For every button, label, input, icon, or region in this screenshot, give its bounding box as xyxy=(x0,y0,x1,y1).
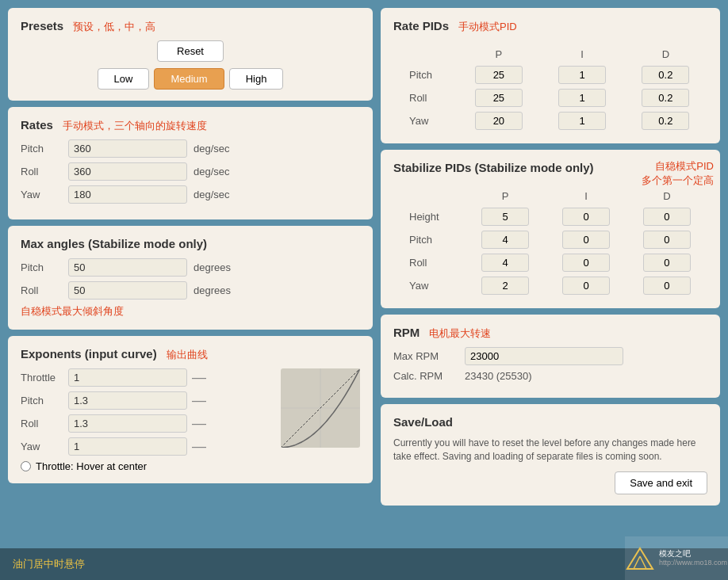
exponents-roll-input[interactable] xyxy=(68,414,187,433)
presets-card: Presets 预设，低，中，高 Reset Low Medium High xyxy=(8,8,373,101)
stab-yaw-i[interactable] xyxy=(562,277,610,295)
rate-pids-pitch-d[interactable] xyxy=(642,66,689,84)
rates-pitch-input[interactable] xyxy=(68,139,187,158)
exponents-throttle-row: Throttle — xyxy=(21,368,273,387)
stab-col-empty xyxy=(393,187,465,205)
rates-roll-unit: deg/sec xyxy=(193,166,230,177)
calc-rpm-row: Calc. RPM 23430 (25530) xyxy=(393,370,707,382)
rate-pids-yaw-p[interactable] xyxy=(475,112,523,130)
low-preset-button[interactable]: Low xyxy=(98,68,150,90)
stabilize-pids-annotation1: 自稳模式PID xyxy=(642,159,714,174)
stab-height-d[interactable] xyxy=(643,208,691,226)
rate-pids-pitch-row: Pitch xyxy=(393,63,707,86)
max-angles-pitch-unit: degrees xyxy=(193,261,231,273)
stab-col-p: P xyxy=(465,187,546,205)
max-angles-roll-input[interactable] xyxy=(68,281,187,300)
high-preset-button[interactable]: High xyxy=(229,68,284,90)
exponents-pitch-input[interactable] xyxy=(68,391,187,410)
exponents-throttle-input[interactable] xyxy=(68,368,187,387)
stab-yaw-p[interactable] xyxy=(481,277,529,295)
max-angles-pitch-row: Pitch degrees xyxy=(21,258,360,277)
rates-pitch-unit: deg/sec xyxy=(193,143,230,155)
rate-pids-roll-p[interactable] xyxy=(475,89,523,107)
throttle-dash: — xyxy=(192,369,206,386)
max-angles-pitch-label: Pitch xyxy=(21,261,68,273)
rpm-annotation: 电机最大转速 xyxy=(429,326,491,341)
calc-rpm-value: 23430 (25530) xyxy=(465,370,532,382)
rate-pids-roll-label: Roll xyxy=(393,86,457,109)
exponents-roll-row: Roll — xyxy=(21,414,273,433)
exponents-pitch-label: Pitch xyxy=(21,395,68,406)
reset-button[interactable]: Reset xyxy=(157,40,224,62)
bottom-bar: 油门居中时悬停 xyxy=(0,548,728,580)
stab-height-p[interactable] xyxy=(481,208,529,226)
exponents-pitch-row: Pitch — xyxy=(21,391,273,410)
save-load-description: Currently you will have to reset the lev… xyxy=(393,437,707,464)
rate-pids-yaw-row: Yaw xyxy=(393,109,707,132)
stab-roll-d[interactable] xyxy=(643,254,691,272)
roll-dash: — xyxy=(192,415,206,432)
presets-annotation: 预设，低，中，高 xyxy=(73,20,155,34)
rpm-card: RPM 电机最大转速 Max RPM Calc. RPM 23430 (2553… xyxy=(381,315,720,398)
rate-pids-roll-row: Roll xyxy=(393,86,707,109)
rates-roll-input[interactable] xyxy=(68,162,187,181)
max-angles-card: Max angles (Stabilize mode only) Pitch d… xyxy=(8,226,373,330)
stab-pitch-d[interactable] xyxy=(643,231,691,249)
exponents-annotation: 输出曲线 xyxy=(167,348,208,362)
rates-card: Rates 手动模式，三个轴向的旋转速度 Pitch deg/sec Roll … xyxy=(8,107,373,219)
rates-roll-label: Roll xyxy=(21,166,68,177)
rates-title: Rates xyxy=(21,118,53,132)
rpm-title: RPM xyxy=(393,326,420,339)
rate-pids-col-empty xyxy=(393,45,457,63)
stab-pitch-i[interactable] xyxy=(562,231,610,249)
rates-yaw-input[interactable] xyxy=(68,185,187,204)
rate-pids-annotation: 手动模式PID xyxy=(458,20,517,34)
max-rpm-row: Max RPM xyxy=(393,347,707,365)
rate-pids-title: Rate PIDs xyxy=(393,19,449,32)
exponents-yaw-row: Yaw — xyxy=(21,437,273,456)
exponents-chart xyxy=(281,368,360,448)
medium-preset-button[interactable]: Medium xyxy=(154,68,224,90)
exponents-yaw-input[interactable] xyxy=(68,437,187,456)
rate-pids-col-p: P xyxy=(457,45,540,63)
rate-pids-roll-i[interactable] xyxy=(558,89,606,107)
rates-annotation: 手动模式，三个轴向的旋转速度 xyxy=(63,119,207,133)
rate-pids-yaw-label: Yaw xyxy=(393,109,457,132)
stab-height-i[interactable] xyxy=(562,208,610,226)
logo-text: 模友之吧 http://www.mo18.com xyxy=(659,548,727,568)
stab-roll-label: Roll xyxy=(393,251,465,274)
rate-pids-roll-d[interactable] xyxy=(642,89,689,107)
rate-pids-pitch-p[interactable] xyxy=(475,66,523,84)
rate-pids-yaw-d[interactable] xyxy=(642,112,689,130)
save-and-exit-button[interactable]: Save and exit xyxy=(615,471,707,494)
stab-height-row: Height xyxy=(393,205,707,228)
rate-pids-pitch-i[interactable] xyxy=(558,66,606,84)
stab-pitch-label: Pitch xyxy=(393,228,465,251)
stab-height-label: Height xyxy=(393,205,465,228)
rate-pids-yaw-i[interactable] xyxy=(558,112,606,130)
rate-pids-pitch-label: Pitch xyxy=(393,63,457,86)
exponents-card: Exponents (input curve) 输出曲线 Throttle — … xyxy=(8,336,373,483)
stab-yaw-label: Yaw xyxy=(393,274,465,297)
max-angles-annotation: 自稳模式最大倾斜角度 xyxy=(21,305,124,317)
stab-roll-p[interactable] xyxy=(481,254,529,272)
save-load-title: Save/Load xyxy=(393,415,453,429)
save-load-card: Save/Load Currently you will have to res… xyxy=(381,404,720,506)
logo-icon xyxy=(626,547,654,570)
stab-col-d: D xyxy=(626,187,707,205)
exponents-title: Exponents (input curve) xyxy=(21,347,157,361)
max-angles-roll-unit: degrees xyxy=(193,284,231,296)
throttle-hover-radio[interactable] xyxy=(21,461,31,471)
stabilize-pids-card: Stabilize PIDs (Stabilize mode only) 自稳模… xyxy=(381,150,720,308)
stabilize-pids-title: Stabilize PIDs (Stabilize mode only) xyxy=(393,161,594,174)
max-rpm-input[interactable] xyxy=(465,347,623,365)
stab-col-i: I xyxy=(546,187,626,205)
stab-pitch-p[interactable] xyxy=(481,231,529,249)
max-angles-pitch-input[interactable] xyxy=(68,258,187,277)
exponents-throttle-label: Throttle xyxy=(21,372,68,383)
stab-yaw-d[interactable] xyxy=(643,277,691,295)
stab-roll-i[interactable] xyxy=(562,254,610,272)
max-angles-title: Max angles (Stabilize mode only) xyxy=(21,237,207,250)
exponents-roll-label: Roll xyxy=(21,418,68,429)
stab-pitch-row: Pitch xyxy=(393,228,707,251)
